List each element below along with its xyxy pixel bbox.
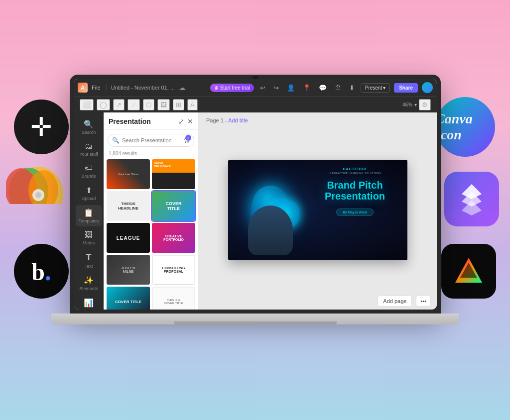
- add-page-button[interactable]: Add page: [378, 296, 412, 307]
- share-button[interactable]: Share: [394, 83, 418, 93]
- template-item-adam[interactable]: ADAMOKUNDAYE: [152, 159, 195, 189]
- start-free-trial-button[interactable]: ♛ Start free trial: [210, 84, 254, 92]
- zoom-control: 46% ▾ ⚙: [402, 99, 431, 110]
- canvas-area: Page 1 - Add title: [198, 112, 437, 310]
- slide-title: Brand Pitch Presentation: [308, 180, 402, 202]
- sidebar-item-elements[interactable]: ✨ Elements: [76, 273, 102, 294]
- add-title-link[interactable]: - Add title: [225, 117, 248, 123]
- template-item-joseph[interactable]: JOSEPHMILNE: [107, 255, 150, 285]
- filename-label[interactable]: Untitled - November 01, ...: [107, 85, 175, 91]
- user-avatar: [422, 82, 433, 93]
- presentation-slide: DACTEDOO INTERACTIVE LEARNING SOLUTIONS …: [228, 160, 407, 260]
- location-icon-button[interactable]: 📍: [301, 83, 313, 93]
- search-box: 🔍 ⚗ 2: [108, 134, 194, 147]
- svg-point-5: [35, 192, 41, 198]
- aurora-icon: [441, 244, 496, 299]
- slide-author: By Maysa Abed: [336, 209, 374, 216]
- hand-graphic: [248, 206, 293, 255]
- more-options-button[interactable]: •••: [416, 296, 431, 307]
- download-button[interactable]: ⬇: [347, 83, 357, 93]
- sidebar-item-search[interactable]: 🔍 Search: [76, 116, 102, 138]
- canva-text: Canva Icon: [435, 111, 495, 143]
- laptop-base: [51, 314, 460, 324]
- search-icon: 🔍: [84, 119, 94, 129]
- template-item-xara[interactable]: Xara Lee Show: [107, 159, 150, 189]
- template-panel: Presentation ⤢ ✕ 🔍 ⚗ 2: [104, 112, 198, 310]
- brand-icon: 🏷: [85, 164, 93, 173]
- slide-text-content: DACTEDOO INTERACTIVE LEARNING SOLUTIONS …: [308, 167, 402, 216]
- search-icon-inner: 🔍: [112, 137, 120, 144]
- slide-company-name: DACTEDOO: [308, 167, 402, 171]
- cross-shape: ✛: [30, 114, 52, 140]
- panel-header: Presentation ⤢ ✕: [104, 112, 198, 130]
- group-tool[interactable]: ⊞: [173, 99, 184, 110]
- elements-icon: ✨: [84, 276, 94, 285]
- main-content: 🔍 Search 🗂 Your stuff 🏷 Brands ⬆ Upload: [74, 112, 437, 310]
- chevron-icon: ▾: [414, 102, 417, 107]
- arrow-tool[interactable]: ↗: [113, 99, 125, 110]
- template-item-cover2[interactable]: COVER TITLE: [107, 287, 150, 310]
- redo-button[interactable]: ↪: [271, 83, 281, 93]
- filter-button[interactable]: ⚗ 2: [183, 136, 190, 144]
- sidebar: 🔍 Search 🗂 Your stuff 🏷 Brands ⬆ Upload: [74, 112, 104, 310]
- template-overlay: Xara Lee Show: [107, 159, 150, 189]
- template-grid: Xara Lee Show ADAMOKUNDAYE: [104, 159, 198, 310]
- edit-toolbar: ⬜ ◯ ↗ ⟋ ⬡ 🖼 ⊞ A 46% ▾ ⚙: [74, 97, 437, 112]
- laptop: A File Untitled - November 01, ... ☁ ♛ S…: [70, 75, 441, 333]
- sidebar-item-yourstuff[interactable]: 🗂 Your stuff: [76, 139, 102, 160]
- sidebar-item-text[interactable]: T Text: [76, 249, 102, 272]
- charts-icon: 📊: [84, 298, 94, 308]
- arc-browser-icon: [6, 164, 71, 204]
- sidebar-item-upload[interactable]: ⬆ Upload: [76, 183, 102, 204]
- laptop-screen: A File Untitled - November 01, ... ☁ ♛ S…: [74, 79, 437, 310]
- upload-icon: ⬆: [86, 186, 92, 195]
- slide-container: DACTEDOO INTERACTIVE LEARNING SOLUTIONS …: [198, 127, 437, 293]
- sidebar-item-charts[interactable]: 📊 Charts and add: [76, 295, 102, 310]
- crown-icon: ♛: [214, 85, 219, 91]
- notion-s-icon: [444, 172, 499, 226]
- template-item-creative-portfolio[interactable]: CREATIVEPORTFOLIO: [152, 223, 195, 253]
- template-item-this-is[interactable]: THIS IS ACOVER TITLE: [152, 287, 195, 310]
- slide-bulb-graphic: [238, 176, 303, 255]
- timer-icon-button[interactable]: ⏱: [333, 83, 343, 93]
- cloud-icon: ☁: [179, 84, 186, 92]
- panel-header-icons: ⤢ ✕: [178, 117, 193, 125]
- search-input[interactable]: [122, 137, 181, 143]
- file-menu[interactable]: File: [92, 85, 101, 91]
- panel-title: Presentation: [109, 117, 151, 125]
- laptop-notch: [253, 76, 258, 79]
- comment-icon-button[interactable]: 💬: [317, 83, 329, 93]
- templates-icon: 📋: [84, 208, 94, 217]
- close-panel-button[interactable]: ✕: [187, 117, 193, 125]
- chevron-down-icon: ▾: [383, 85, 385, 91]
- media-icon: 🖼: [85, 230, 93, 239]
- app-toolbar: A File Untitled - November 01, ... ☁ ♛ S…: [74, 79, 437, 97]
- sidebar-item-media[interactable]: 🖼 Media: [76, 227, 102, 248]
- sidebar-item-brands[interactable]: 🏷 Brands: [76, 161, 102, 182]
- b-dot-icon: b.: [14, 244, 69, 299]
- template-item-thesis[interactable]: THESISHEADLINE: [107, 191, 150, 221]
- laptop-screen-frame: A File Untitled - November 01, ... ☁ ♛ S…: [70, 75, 441, 314]
- canvas-bottom-bar: Add page •••: [198, 293, 437, 310]
- sidebar-item-templates[interactable]: 📋 Templates: [76, 205, 102, 226]
- image-tool[interactable]: 🖼: [157, 99, 170, 110]
- cross-plus-icon: ✛: [14, 100, 69, 154]
- filter-badge: 2: [185, 135, 191, 141]
- expand-panel-button[interactable]: ⤢: [178, 117, 184, 125]
- rect-tool[interactable]: ⬜: [80, 99, 94, 110]
- template-item-league[interactable]: LEAGUE: [107, 223, 150, 253]
- circle-tool[interactable]: ◯: [97, 99, 110, 110]
- b-letter: b.: [31, 257, 51, 286]
- template-item-cover-title[interactable]: COVERTITLE: [152, 191, 195, 221]
- user-icon-button[interactable]: 👤: [285, 83, 297, 93]
- shape-tool[interactable]: ⬡: [143, 99, 154, 110]
- template-item-consulting[interactable]: CONSULTINGPROPOSAL: [152, 255, 195, 285]
- results-count: 1,804 results: [104, 151, 198, 159]
- present-button[interactable]: Present ▾: [361, 83, 390, 93]
- folder-icon: 🗂: [85, 142, 93, 151]
- canva-icon: Canva Icon: [435, 97, 495, 157]
- line-tool[interactable]: ⟋: [128, 99, 140, 110]
- undo-button[interactable]: ↩: [258, 83, 267, 93]
- settings-icon[interactable]: ⚙: [419, 99, 431, 110]
- text-a-tool[interactable]: A: [187, 99, 198, 110]
